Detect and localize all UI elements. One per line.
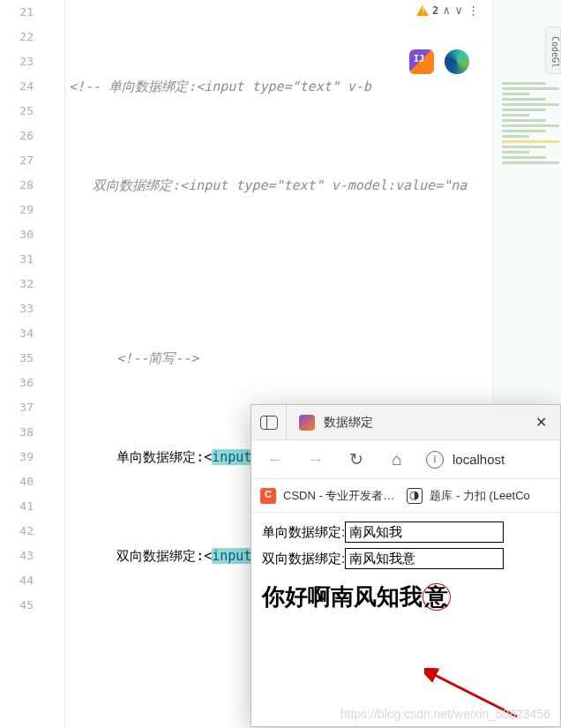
punct: < [204,548,212,564]
line-number: 39 [0,445,34,469]
code-line [65,247,561,272]
tab-favicon [299,415,315,431]
line-number: 38 [0,420,34,445]
line-number: 40 [0,469,34,494]
line-number: 21 [0,0,34,25]
nav-refresh-button[interactable]: ↻ [340,444,373,476]
comment-text: 双向数据绑定:<input type="text" v-model:value=… [93,177,467,193]
inspections-widget[interactable]: 2 ∧ ∨ ⋮ [416,4,480,17]
browser-tab-strip: 数据绑定 ✕ [251,405,560,440]
browser-tab[interactable]: 数据绑定 [287,405,385,439]
line-number: 30 [0,222,34,247]
line-number: 23 [0,49,34,74]
line-number: 28 [0,173,34,198]
chevron-down-icon[interactable]: ∨ [454,4,463,17]
tab-actions-button[interactable] [251,405,287,440]
line-number: 42 [0,519,34,544]
line-number: 35 [0,346,34,371]
chevron-up-icon[interactable]: ∧ [442,4,451,17]
line-number: 41 [0,494,34,519]
line-number: 33 [0,296,34,321]
punct: < [204,449,212,465]
browser-window: 数据绑定 ✕ ← → ↻ ⌂ i localhost CSDN - 专业开发者…… [251,404,561,727]
form-label: 双向数据绑定: [262,551,345,567]
nav-forward-button[interactable]: → [299,444,333,476]
line-number: 44 [0,568,34,593]
csdn-favicon [260,488,276,504]
tab-title: 数据绑定 [324,415,373,431]
bookmarks-bar: CSDN - 专业开发者… 题库 - 力扣 (LeetCo [251,479,560,513]
browser-nav-bar: ← → ↻ ⌂ i localhost [251,440,560,479]
annotation-circled-char: 意 [423,583,451,611]
panel-icon [260,416,278,430]
one-way-binding-input[interactable] [345,522,504,543]
leetcode-favicon [407,488,423,504]
bookmark-label: 题库 - 力扣 (LeetCo [430,488,529,504]
line-number-gutter: 21 22 23 24 25 26 27 28 29 30 31 32 33 3… [0,0,46,728]
text: 双向数据绑定: [116,548,204,564]
line-number: 32 [0,272,34,296]
tag: input [212,548,251,564]
line-number: 43 [0,544,34,568]
line-number: 26 [0,124,34,148]
form-row-two-way: 双向数据绑定: [262,548,550,569]
fold-column [46,0,65,728]
code-line: <!-- 单向数据绑定:<input type="text" v-b [65,74,561,99]
nav-home-button[interactable]: ⌂ [380,444,414,476]
text: 单向数据绑定: [116,449,204,465]
line-number: 34 [0,321,34,346]
line-number: 37 [0,395,34,420]
address-bar[interactable]: i localhost [421,451,505,469]
edge-browser-icon[interactable] [445,49,469,74]
url-text: localhost [453,452,505,467]
comment-text: <!-- 单向数据绑定:<input type="text" v-b [69,79,371,94]
line-number: 45 [0,593,34,618]
browser-viewport: 单向数据绑定: 双向数据绑定: 你好啊南风知我意 [251,513,560,621]
line-number: 36 [0,371,34,395]
form-row-one-way: 单向数据绑定: [262,522,550,543]
window-close-button[interactable]: ✕ [521,405,560,440]
site-info-icon[interactable]: i [426,451,444,469]
bookmark-label: CSDN - 专业开发者… [283,488,394,504]
side-panel-handle[interactable]: CodeGl [545,26,561,74]
code-line: <!--简写--> [65,346,561,371]
more-icon[interactable]: ⋮ [467,4,480,17]
line-number: 31 [0,247,34,272]
two-way-binding-input[interactable] [345,548,504,569]
line-number: 27 [0,148,34,173]
watermark-text: https://blog.csdn.net/weixin_50823456 [340,707,550,721]
line-number: 22 [0,25,34,49]
warning-count: 2 [432,4,438,17]
line-number: 24 [0,74,34,99]
comment-text: <!--简写--> [116,350,198,366]
heading-text: 你好啊南风知我 [262,583,423,610]
tag: input [212,449,251,465]
bookmark-leetcode[interactable]: 题库 - 力扣 (LeetCo [407,488,529,504]
open-in-browser-icons [409,49,469,74]
bookmark-csdn[interactable]: CSDN - 专业开发者… [260,488,394,504]
code-line: 双向数据绑定:<input type="text" v-model:value=… [65,173,561,198]
line-number: 25 [0,99,34,124]
rendered-heading: 你好啊南风知我意 [262,582,550,612]
warning-icon [416,5,429,16]
line-number: 29 [0,198,34,222]
nav-back-button[interactable]: ← [258,444,292,476]
intellij-icon[interactable] [409,49,434,74]
form-label: 单向数据绑定: [262,524,345,541]
